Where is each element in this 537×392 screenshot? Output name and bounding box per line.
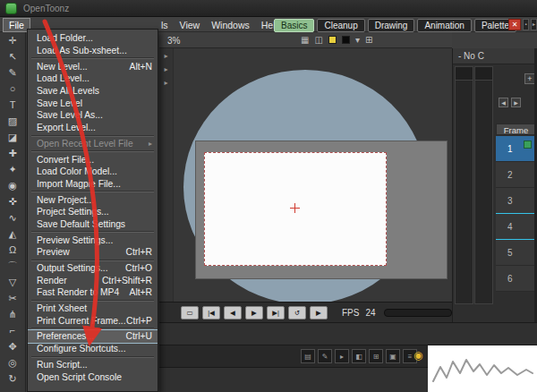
menu-item-preview[interactable]: Preview Ctrl+R: [28, 246, 158, 259]
iron-tool-icon[interactable]: ▽: [0, 274, 26, 290]
menu-item-save-default-settings[interactable]: Save Default Settings: [28, 218, 158, 231]
next-frame-nav-button[interactable]: ▶: [511, 98, 521, 107]
type-tool-icon[interactable]: T: [0, 97, 26, 113]
sub-camera-preview-button[interactable]: ▭: [181, 306, 199, 320]
skeleton-tool-icon[interactable]: ⋔: [0, 306, 26, 322]
column-header[interactable]: [475, 67, 492, 81]
menu-item-load-color-model[interactable]: Load Color Model...: [28, 166, 158, 178]
brush-tool-icon[interactable]: ✎: [0, 64, 26, 81]
menu-item[interactable]: [31, 191, 154, 192]
menu-item-export-level[interactable]: Export Level...: [28, 122, 158, 134]
menu-item-save-all-levels[interactable]: Save All Levels: [28, 85, 158, 98]
menu-item[interactable]: [31, 260, 154, 261]
color-chip-black[interactable]: [342, 36, 350, 44]
frame-row[interactable]: 5: [496, 240, 536, 266]
menu-item-load-level[interactable]: Load Level...: [28, 72, 158, 85]
menu-item-save-level[interactable]: Save Level: [28, 97, 158, 109]
menu-item[interactable]: [31, 57, 154, 59]
menu-item-preview-settings[interactable]: Preview Settings...: [28, 234, 158, 246]
freeze-icon[interactable]: ▸: [164, 52, 167, 60]
room-tab-animation[interactable]: Animation: [417, 19, 471, 32]
rotate-tool-icon[interactable]: ↻: [0, 371, 26, 387]
room-tab-cleanup[interactable]: Cleanup: [317, 19, 364, 32]
menu-item-print-current-frame[interactable]: Print Current Frame... Ctrl+P: [28, 314, 158, 327]
pump-tool-icon[interactable]: ◭: [0, 226, 26, 242]
frame-row[interactable]: 6: [496, 266, 536, 292]
fps-value[interactable]: 24: [365, 308, 375, 318]
menu-item[interactable]: [31, 135, 154, 137]
control-point-tool-icon[interactable]: ✜: [0, 193, 26, 209]
previous-frame-button[interactable]: ◀: [224, 306, 242, 320]
thumb-frame-icon[interactable]: ▣: [386, 349, 400, 363]
preview-icon[interactable]: ▸: [164, 65, 167, 73]
selection-tool-icon[interactable]: ↖: [0, 48, 26, 64]
hand-tool-icon[interactable]: ✥: [0, 338, 26, 354]
frame-row[interactable]: 4: [496, 214, 536, 240]
menu-item-load-as-sub-xsheet[interactable]: Load As Sub-xsheet...: [28, 45, 158, 57]
menu-item-run-script[interactable]: Run Script...: [28, 359, 158, 371]
table-view-icon[interactable]: ⊞: [365, 35, 372, 45]
rgb-picker-tool-icon[interactable]: ◉: [0, 177, 26, 193]
grid-icon[interactable]: ▦: [301, 35, 309, 45]
viewer-canvas[interactable]: ▸▸▸: [159, 48, 452, 302]
menu-item[interactable]: [31, 150, 154, 152]
cutter-tool-icon[interactable]: ✂: [0, 290, 26, 306]
fill-tool-icon[interactable]: ▨: [0, 113, 26, 129]
frame-row[interactable]: 2: [496, 162, 536, 188]
room-tab-drawing[interactable]: Drawing: [368, 19, 415, 32]
eraser-tool-icon[interactable]: ◪: [0, 129, 26, 145]
menu-item-import-magpie-file[interactable]: Import Magpie File...: [28, 178, 158, 191]
menu-item-preferences[interactable]: Preferences... Ctrl+U: [28, 330, 158, 343]
pinch-tool-icon[interactable]: ∿: [0, 209, 26, 226]
menu-item[interactable]: [31, 356, 154, 358]
menu-item-open-script-console[interactable]: Open Script Console: [28, 371, 158, 383]
column-header[interactable]: [456, 67, 473, 81]
menu-item-new-project[interactable]: New Project...: [28, 193, 158, 206]
thumb-play-icon[interactable]: ▸: [335, 349, 349, 363]
sub-camera-icon[interactable]: ▸: [164, 79, 167, 87]
next-frame-button[interactable]: ▶|: [267, 306, 285, 320]
fps-slider[interactable]: [384, 309, 452, 317]
hook-tool-icon[interactable]: ⌐: [0, 322, 26, 338]
xsheet-column[interactable]: [474, 66, 493, 304]
animate-tool-icon[interactable]: ✛: [0, 32, 26, 48]
menu-item-print-xsheet[interactable]: Print Xsheet: [28, 303, 158, 315]
loop-button[interactable]: ↺: [288, 306, 306, 320]
tape-tool-icon[interactable]: ✚: [0, 145, 26, 161]
first-frame-button[interactable]: |◀: [202, 306, 220, 320]
power-icon[interactable]: ◉: [413, 349, 422, 362]
room-tab-basics[interactable]: Basics: [274, 19, 314, 32]
thumb-grid-icon[interactable]: ⊞: [369, 349, 383, 363]
menu-item-fast-render-to-mp4[interactable]: Fast Render to MP4 Alt+R: [28, 286, 158, 299]
menu-item-project-settings[interactable]: Project Settings...: [28, 206, 158, 218]
color-chip-yellow[interactable]: [328, 36, 337, 44]
thumb-new-level-icon[interactable]: ▤: [301, 349, 315, 363]
zoom-tool-icon[interactable]: ◎: [0, 354, 26, 371]
geometric-tool-icon[interactable]: ○: [0, 81, 26, 97]
prev-frame-nav-button[interactable]: ◀: [499, 98, 508, 107]
menu-windows[interactable]: Windows: [211, 20, 250, 30]
last-frame-button[interactable]: ▶: [310, 306, 328, 320]
menu-item[interactable]: [31, 231, 154, 233]
thumb-half-icon[interactable]: ◧: [352, 349, 366, 363]
menu-item-save-level-as[interactable]: Save Level As...: [28, 109, 158, 122]
camera-view-icon[interactable]: ◫: [314, 35, 322, 45]
frame-row[interactable]: 1: [496, 136, 536, 162]
frame-row[interactable]: 3: [496, 188, 536, 214]
lock-rooms-icon[interactable]: ▪: [523, 19, 529, 30]
menu-cells-fragment[interactable]: ls: [161, 20, 168, 30]
bender-tool-icon[interactable]: ⌒: [0, 258, 26, 274]
menu-item-render[interactable]: Render Ctrl+Shift+R: [28, 274, 158, 286]
magnet-tool-icon[interactable]: Ω: [0, 242, 26, 258]
expand-icon[interactable]: ▸: [531, 19, 537, 30]
menu-view[interactable]: View: [180, 20, 200, 30]
menu-item-output-settings[interactable]: Output Settings... Ctrl+O: [28, 262, 158, 275]
menu-item-configure-shortcuts[interactable]: Configure Shortcuts...: [28, 343, 158, 355]
menu-item[interactable]: [31, 300, 154, 302]
play-button[interactable]: ▶: [245, 306, 263, 320]
menu-item[interactable]: [31, 328, 154, 329]
thumb-edit-icon[interactable]: ✎: [318, 349, 332, 363]
style-picker-tool-icon[interactable]: ✦: [0, 161, 26, 177]
dropdown-arrow-icon[interactable]: ▾: [355, 35, 360, 45]
menu-item-open-recent-level-file[interactable]: Open Recent Level File ▸: [28, 138, 158, 150]
